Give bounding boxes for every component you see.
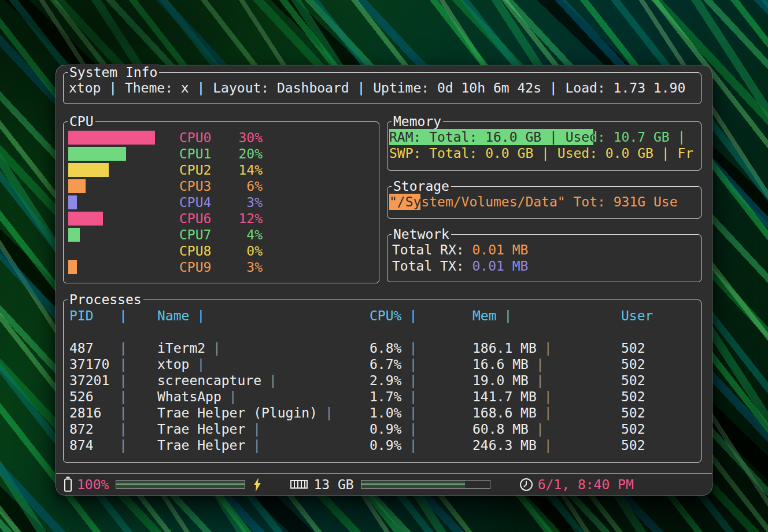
process-cell: Trae Helper| <box>157 421 370 437</box>
column-separator: | <box>119 372 127 389</box>
column-separator: | <box>119 405 127 421</box>
battery-icon <box>64 476 72 492</box>
network-panel: Network Total RX: 0.01 MB Total TX: 0.01… <box>387 234 701 282</box>
process-cell: 874| <box>69 437 157 453</box>
cpu-core-percent: 30% <box>201 130 263 146</box>
cpu-core-list: CPU0 30% CPU1 20% CPU2 14% CPU3 6% CPU4 … <box>64 122 379 275</box>
memory-panel: Memory RAM: Total: 16.0 GB | Used: 10.7 … <box>387 121 701 171</box>
column-separator: | <box>409 373 417 388</box>
memory-chip-icon <box>290 478 308 491</box>
process-cell: 186.1 MB| <box>472 340 621 356</box>
process-row: 37170|xtop|6.7%|16.6 MB|502 <box>69 356 695 372</box>
column-separator: | <box>409 405 417 420</box>
column-separator: | <box>536 373 544 388</box>
clock-label: 6/1, 8:40 PM <box>538 476 634 493</box>
process-cell: 246.3 MB| <box>472 437 621 453</box>
cpu-usage-bar <box>68 212 103 226</box>
column-separator: | <box>119 421 127 437</box>
process-cell: 0.9%| <box>370 437 472 453</box>
column-separator: | <box>409 308 417 323</box>
process-cell: 502 <box>621 356 695 372</box>
process-cell: 502 <box>621 372 695 389</box>
system-info-panel: System Info xtop | Theme: x | Layout: Da… <box>63 72 701 104</box>
network-tx-line: Total TX: 0.01 MB <box>392 258 699 274</box>
process-cell: 502 <box>621 405 695 421</box>
process-row: 874|Trae Helper|0.9%|246.3 MB|502 <box>69 437 695 453</box>
cpu-core-percent: 3% <box>201 194 263 210</box>
column-separator: | <box>269 373 277 388</box>
column-separator: | <box>229 389 237 404</box>
column-separator: | <box>253 422 261 437</box>
cpu-core-row: CPU6 12% <box>68 210 374 227</box>
ram-gauge-fill: RAM: Total: 16.0 GB | Used: 10.7 GB | <box>389 129 593 145</box>
storage-panel: Storage "/System/Volumes/Data" Tot: 931G… <box>387 186 701 219</box>
column-separator: | <box>119 389 127 405</box>
column-separator: | <box>119 356 127 372</box>
process-cell: 19.0 MB| <box>472 372 621 389</box>
memory-panel-title: Memory <box>392 113 443 130</box>
process-cell: screencapture| <box>157 372 370 389</box>
process-cell: 1.0%| <box>370 405 472 421</box>
memory-gauge-fill <box>361 481 466 488</box>
process-cell: iTerm2| <box>157 340 370 356</box>
system-info-title: System Info <box>68 64 159 80</box>
column-separator: | <box>325 405 333 420</box>
battery-percent-label: 100% <box>77 476 109 493</box>
memory-used-label: 13 GB <box>313 476 353 493</box>
column-separator: | <box>409 389 417 404</box>
process-cell: 872| <box>69 421 157 437</box>
process-cell: 526| <box>69 389 157 405</box>
cpu-core-row: CPU2 14% <box>68 162 374 178</box>
storage-gauge-text: "/System/Volumes/Data" Tot: 931G Use <box>389 194 678 210</box>
cpu-panel: CPU CPU0 30% CPU1 20% CPU2 14% CPU3 6% C… <box>63 121 379 283</box>
column-separator: | <box>409 422 417 437</box>
cpu-usage-bar <box>68 131 155 145</box>
column-separator: | <box>119 437 127 453</box>
cpu-usage-bar <box>68 179 86 193</box>
process-cell: Name| <box>157 308 370 324</box>
column-separator: | <box>544 389 552 404</box>
column-separator: | <box>197 357 205 372</box>
column-separator: | <box>119 308 127 324</box>
status-bar: 100% 13 GB 6/1, 8:40 PM <box>56 473 712 495</box>
process-cell: User <box>621 308 695 324</box>
process-row: 37201|screencapture|2.9%|19.0 MB|502 <box>69 372 695 389</box>
column-separator: | <box>544 341 552 356</box>
cpu-core-row: CPU8 0% <box>68 243 374 259</box>
process-cell: 168.6 MB| <box>472 405 621 421</box>
terminal-window[interactable]: System Info xtop | Theme: x | Layout: Da… <box>56 65 712 496</box>
charging-bolt-icon <box>253 478 261 492</box>
cpu-usage-bar <box>68 195 77 209</box>
memory-gauge <box>361 480 490 489</box>
cpu-core-row: CPU7 4% <box>68 227 374 243</box>
ram-usage-gauge: RAM: Total: 16.0 GB | Used: 10.7 GB | RA… <box>389 129 699 145</box>
process-cell: 0.9%| <box>370 421 472 437</box>
storage-gauge-fill: "/System/Volumes/Data" Tot: 931G Use <box>389 194 420 210</box>
network-rx-value: 0.01 MB <box>472 242 528 257</box>
process-cell: PID| <box>69 308 157 324</box>
column-separator: | <box>409 357 417 372</box>
cpu-core-row: CPU4 3% <box>68 194 374 210</box>
cpu-core-percent: 3% <box>201 259 263 275</box>
cpu-core-row: CPU9 3% <box>68 259 374 275</box>
process-cell: 37201| <box>69 372 157 389</box>
column-separator: | <box>544 438 552 453</box>
cpu-core-percent: 6% <box>201 178 263 194</box>
process-cell: 502 <box>621 437 695 453</box>
cpu-core-row: CPU3 6% <box>68 178 374 194</box>
network-rx-line: Total RX: 0.01 MB <box>392 242 699 258</box>
process-cell: Trae Helper| <box>157 437 370 453</box>
cpu-core-percent: 12% <box>201 210 263 227</box>
column-separator: | <box>536 357 544 372</box>
column-separator: | <box>119 340 127 356</box>
cpu-core-row: CPU1 20% <box>68 146 374 162</box>
process-cell: WhatsApp| <box>157 389 370 405</box>
middle-row: CPU CPU0 30% CPU1 20% CPU2 14% CPU3 6% C… <box>63 121 701 283</box>
storage-panel-title: Storage <box>392 178 451 194</box>
network-rx-label: Total RX: <box>392 242 472 257</box>
process-header-row: PID|Name|CPU%|Mem|User <box>69 308 695 324</box>
process-cell: 2.9%| <box>370 372 472 389</box>
cpu-core-percent: 0% <box>201 243 263 259</box>
process-cell: 6.7%| <box>370 356 472 372</box>
desktop-background: System Info xtop | Theme: x | Layout: Da… <box>0 0 768 532</box>
